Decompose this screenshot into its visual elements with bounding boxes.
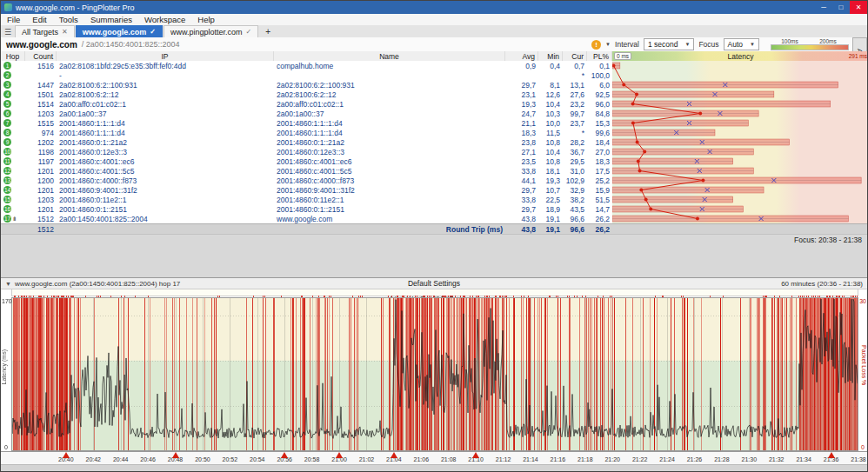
ip-cell: 2001:4860:0:11e2::1 [57,196,274,204]
menu-item-help[interactable]: Help [191,15,221,24]
maximize-button[interactable]: □ [832,1,850,14]
focus-select[interactable]: Auto ▼ [724,38,759,50]
table-row-hop-14[interactable]: 1412012001:4860:9:4001::31f22001:4860:9:… [1,185,612,195]
timeline-marker-triangle[interactable] [391,452,397,458]
tab-check-icon: ✓ [150,28,156,36]
timeline-overview-strip[interactable] [11,289,858,296]
time-tick-label: 21:30 [742,456,758,462]
time-tick-label: 20:50 [195,456,210,462]
avg-cell: 0,9 [505,62,538,70]
table-row-hop-10[interactable]: 1011982001:4860:0:12e3::32001:4860:0:12e… [1,147,612,156]
timeline-marker-triangle[interactable] [336,452,343,458]
pl-cell: 25,2 [587,176,612,185]
cur-cell: 38,2 [563,196,587,204]
table-row-hop-1[interactable]: 115162a02:8108:1bfd:29c5:e35:3bff:fef0:4… [1,61,612,70]
timeline-marker-triangle[interactable] [172,452,179,458]
hop-number-badge: 5 [3,100,11,108]
pl-cell: 96,0 [587,100,612,109]
table-row-hop-7[interactable]: 715152001:4860:1:1::1:d42001:4860:1:1::1… [1,118,612,128]
ip-cell: 2a02:8100:6:2::12 [57,90,274,99]
header-pl[interactable]: PL% [587,51,612,61]
collapse-graph-icon[interactable]: ▼ [5,281,11,287]
focus-label: Focus [698,40,718,49]
header-name[interactable]: Name [274,51,505,61]
header-count[interactable]: Count [25,51,57,61]
hop-number-badge: 13 [3,176,11,184]
header-hop[interactable]: Hop [1,51,25,61]
min-cell: 10,8 [538,138,563,147]
count-cell: 1201 [25,167,57,176]
min-cell: 10,4 [538,100,563,109]
hop-number-badge: 14 [3,186,11,194]
interval-label: Interval [615,40,639,49]
tab-label: www.pingplotter.com [170,28,243,37]
cur-cell: 27,6 [563,90,587,99]
min-cell: 10,0 [538,119,563,128]
header-min[interactable]: Min [538,51,563,61]
interval-select[interactable]: 1 second ▼ [644,38,694,50]
menu-item-workspace[interactable]: Workspace [138,15,191,24]
minimize-button[interactable]: ─ [815,1,832,14]
table-row-hop-8[interactable]: 89742001:4860:1:1::1:d42001:4860:1:1::1:… [1,128,612,137]
menu-item-file[interactable]: File [1,15,26,24]
table-row-hop-6[interactable]: 612032a00:1a00::372a00:1a00::3724,710,39… [1,109,612,118]
table-row-hop-11[interactable]: 1111972001:4860:c:4001::ec62001:4860:c:4… [1,156,612,166]
table-row-hop-2[interactable]: 2-*100,0 [1,70,612,80]
cur-cell: 96,6 [563,215,587,223]
menu-item-tools[interactable]: Tools [53,15,84,24]
tab-close-icon[interactable]: ✕ [62,28,68,36]
menu-item-summaries[interactable]: Summaries [84,15,138,24]
table-row-hop-3[interactable]: 314472a02:8100:6:2::100:9312a02:8100:6:2… [1,80,612,90]
time-tick-label: 21:26 [687,456,703,462]
header-cur[interactable]: Cur [563,51,587,61]
tab-list-icon[interactable]: ☰ [3,28,15,37]
time-tick-label: 21:16 [551,456,566,462]
cur-cell: 43,5 [563,205,587,214]
timeline-canvas[interactable] [11,297,858,451]
table-row-hop-5[interactable]: 515142a00:aff0:c01:c02::12a00:aff0:c01:c… [1,99,612,109]
ip-cell: 2001:4860:9:4001::31f2 [57,186,274,195]
hop-cell: 6 [1,110,25,117]
table-row-hop-4[interactable]: 415012a02:8100:6:2::122a02:8100:6:2::122… [1,90,612,99]
tab-www-pingplotter-com[interactable]: www.pingplotter.com✓ [164,25,258,37]
table-row-hop-12[interactable]: 1212012001:4860:c:4001::5c52001:4860:c:4… [1,166,612,176]
table-row-hop-16[interactable]: 1612012001:4860:0:1::21512001:4860:0:1::… [1,204,612,214]
bottom-status-strip [1,464,867,472]
avg-cell: 33,8 [505,167,538,176]
timeline-marker-triangle[interactable] [472,452,479,458]
warning-dropdown-caret-icon[interactable]: ▼ [605,42,611,47]
table-row-hop-17[interactable]: 17ılı15122a00:1450:4001:825::2004www.goo… [1,214,612,223]
timeline-marker-triangle[interactable] [63,452,70,458]
new-tab-button[interactable]: + [259,26,277,37]
menu-item-edit[interactable]: Edit [26,15,52,24]
warning-icon[interactable]: ! [591,40,601,50]
ip-cell: - [57,71,274,80]
name-cell: 2a02:8100:6:2::100:931 [274,81,505,90]
name-cell: 2001:4860:9:4001::31f2 [274,186,505,195]
count-cell: 1514 [25,100,57,109]
avg-cell: 23,8 [505,138,538,147]
timeline-range-label[interactable]: 60 minutes (20:36 - 21:38) [776,280,863,288]
table-row-hop-15[interactable]: 1512032001:4860:0:11e2::12001:4860:0:11e… [1,195,612,204]
timeline-marker-triangle[interactable] [828,452,835,458]
tab-www-google-com[interactable]: www.google.com✓ [76,25,163,37]
avg-cell: 43,8 [505,215,538,223]
table-row-hop-9[interactable]: 912022001:4860:0:1::21a22001:4860:0:1::2… [1,137,612,147]
timeline-graph[interactable]: 170 0 Latency (ms) 30 0 Packet Loss % [1,297,867,451]
latency-graph-column[interactable] [612,61,868,223]
time-tick-label: 21:28 [714,456,730,462]
cur-cell: 23,2 [563,100,587,109]
min-cell: 0,4 [538,62,563,70]
count-cell: 1201 [25,205,57,214]
timeline-marker-triangle[interactable] [281,452,288,458]
hop-number-badge: 6 [3,110,11,117]
header-ip[interactable]: IP [57,51,274,61]
focus-range-text: Focus: 20:38 - 21:38 [794,236,862,244]
tab-all-targets[interactable]: All Targets✕ [15,25,75,37]
close-button[interactable]: ✕ [850,1,867,14]
hop-cell: 1 [1,62,25,70]
table-row-hop-13[interactable]: 1312002001:4860:c:4000::f8732001:4860:c:… [1,176,612,185]
header-avg[interactable]: Avg [505,51,538,61]
time-tick-label: 21:22 [632,456,648,462]
hop-cell: 15 [1,196,25,203]
